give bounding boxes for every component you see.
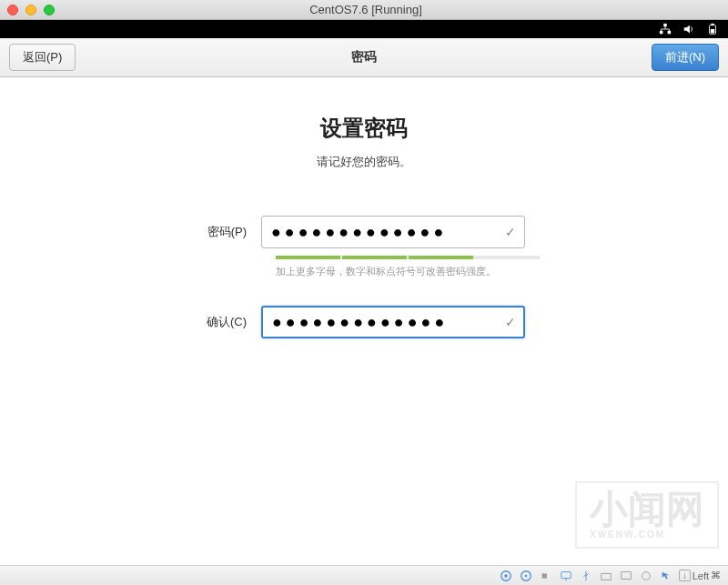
display-icon[interactable] <box>619 569 633 583</box>
svg-rect-5 <box>660 31 663 35</box>
audio-icon[interactable] <box>539 569 553 583</box>
vm-guest-topbar <box>0 20 728 38</box>
optical-icon[interactable] <box>519 569 533 583</box>
watermark: 小闻网 XWENW.COM <box>575 481 719 549</box>
shared-folder-icon[interactable] <box>599 569 613 583</box>
svg-rect-17 <box>601 573 611 580</box>
password-strength-bar <box>276 256 540 259</box>
network-icon[interactable] <box>659 23 672 35</box>
watermark-text: 小闻网 <box>590 488 704 530</box>
svg-point-13 <box>524 574 527 577</box>
host-key-indicator: ↓ Left ⌘ <box>679 570 721 581</box>
confirm-input-wrap: ✓ <box>261 306 525 338</box>
strength-segment <box>342 256 407 259</box>
password-input[interactable] <box>261 216 525 248</box>
vm-statusbar: ↓ Left ⌘ <box>0 565 728 585</box>
password-row: 密码(P) ✓ <box>188 216 540 248</box>
check-icon: ✓ <box>505 225 516 239</box>
main-content: 设置密码 请记好您的密码。 密码(P) ✓ 加上更多字母，数字和标点符号可改善密… <box>0 77 728 346</box>
password-label: 密码(P) <box>188 224 261 240</box>
cmd-symbol: ⌘ <box>711 570 721 581</box>
confirm-row: 确认(C) ✓ <box>188 306 540 338</box>
password-form: 密码(P) ✓ 加上更多字母，数字和标点符号可改善密码强度。 确认(C) ✓ <box>188 216 540 346</box>
watermark-sub: XWENW.COM <box>590 530 704 540</box>
header-title: 密码 <box>351 49 377 66</box>
strength-segment <box>409 256 473 259</box>
check-icon: ✓ <box>505 315 516 329</box>
back-button[interactable]: 返回(P) <box>9 44 76 71</box>
svg-rect-14 <box>541 573 546 578</box>
confirm-label: 确认(C) <box>188 314 261 330</box>
disk-icon[interactable] <box>499 569 513 583</box>
header-bar: 返回(P) 密码 前进(N) <box>0 38 728 77</box>
window-titlebar: CentOS7.6 [Running] <box>0 0 728 20</box>
confirm-input[interactable] <box>261 306 525 338</box>
window-title: CentOS7.6 [Running] <box>11 3 721 16</box>
host-key-label: Left <box>693 570 709 581</box>
strength-segment <box>475 256 540 259</box>
password-hint: 加上更多字母，数字和标点符号可改善密码强度。 <box>276 265 540 278</box>
volume-icon[interactable] <box>682 23 695 35</box>
key-indicator-icon: ↓ <box>679 570 691 581</box>
password-input-wrap: ✓ <box>261 216 525 248</box>
page-title: 设置密码 <box>0 114 728 143</box>
svg-rect-8 <box>711 24 714 25</box>
recording-icon[interactable] <box>639 569 653 583</box>
svg-rect-0 <box>663 24 667 27</box>
battery-icon[interactable] <box>706 23 719 35</box>
mouse-capture-icon[interactable] <box>659 569 673 583</box>
usb-icon[interactable] <box>579 569 593 583</box>
svg-point-19 <box>642 571 650 580</box>
svg-rect-6 <box>668 31 672 35</box>
svg-rect-9 <box>711 29 714 33</box>
network-stat-icon[interactable] <box>559 569 573 583</box>
forward-button[interactable]: 前进(N) <box>652 44 719 71</box>
svg-rect-15 <box>561 571 571 578</box>
svg-point-11 <box>504 574 508 578</box>
strength-segment <box>276 256 340 259</box>
svg-rect-18 <box>621 571 631 579</box>
page-subtitle: 请记好您的密码。 <box>0 154 728 170</box>
